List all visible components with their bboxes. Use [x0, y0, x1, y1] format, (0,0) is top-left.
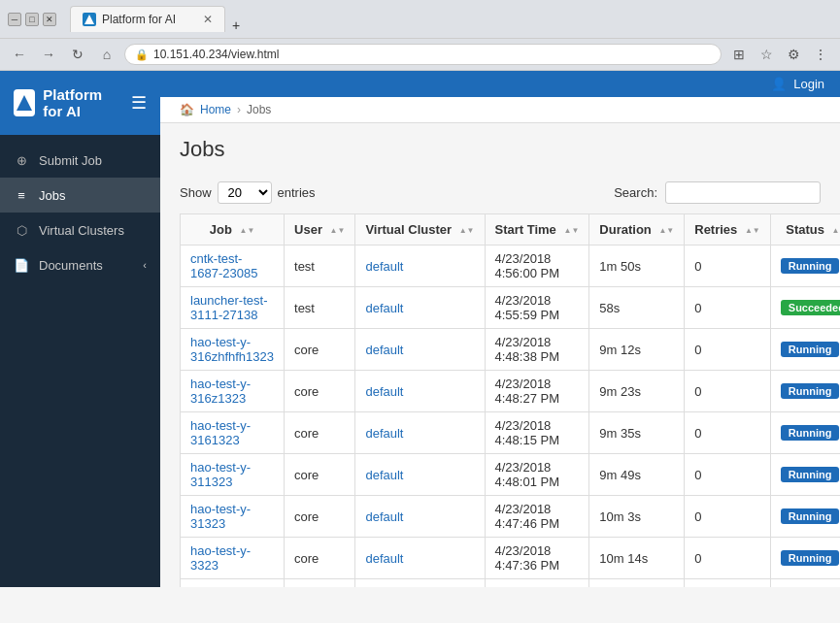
cell-user: core [285, 454, 355, 496]
cell-job: cntk-test-1687-23085 [181, 246, 285, 287]
new-tab-btn[interactable]: + [229, 18, 243, 32]
cell-status: Running [770, 579, 840, 588]
cell-start-time: 4/23/2018 4:48:27 PM [485, 371, 589, 412]
col-job[interactable]: Job ▲▼ [181, 214, 285, 246]
tab-favicon [83, 13, 96, 26]
cluster-link[interactable]: default [365, 426, 403, 441]
close-btn[interactable]: ✕ [43, 13, 56, 26]
minimize-btn[interactable]: ─ [8, 13, 21, 26]
cell-job: hao-test-y-316z1323 [181, 371, 285, 412]
documents-icon: 📄 [14, 257, 29, 273]
cell-retries: 0 [685, 287, 771, 329]
cluster-link[interactable]: default [365, 301, 403, 315]
menu-btn[interactable]: ⋮ [809, 43, 832, 66]
breadcrumb-home[interactable]: Home [200, 103, 231, 116]
cell-duration: 9m 49s [589, 454, 685, 496]
content-area: Show 20 10 50 100 entries Search: [160, 172, 840, 587]
sidebar-item-jobs[interactable]: ≡ Jobs [0, 178, 160, 213]
sidebar: Platform for AI ☰ ⊕ Submit Job ≡ Jobs ⬡ … [0, 71, 160, 587]
job-link[interactable]: hao-test-y-316z1323 [190, 377, 251, 406]
cell-retries: 0 [685, 579, 771, 588]
cluster-link[interactable]: default [365, 384, 403, 399]
back-btn[interactable]: ← [8, 43, 31, 66]
cell-job: hao-test-y-3161323 [181, 412, 285, 454]
login-icon: 👤 [771, 77, 787, 91]
cluster-link[interactable]: default [365, 259, 403, 274]
cell-start-time: 4/23/2018 4:47:25 PM [485, 579, 589, 588]
page-title: Jobs [180, 137, 821, 162]
cell-status: Running [770, 329, 840, 371]
home-btn[interactable]: ⌂ [95, 43, 118, 66]
col-retries[interactable]: Retries ▲▼ [685, 214, 771, 246]
job-link[interactable]: launcher-test-3111-27138 [190, 293, 267, 322]
maximize-btn[interactable]: □ [25, 13, 39, 26]
refresh-btn[interactable]: ↻ [66, 43, 89, 66]
search-input[interactable] [665, 181, 821, 204]
star-btn[interactable]: ☆ [755, 43, 778, 66]
cell-duration: 58s [589, 287, 685, 329]
sidebar-item-label: Virtual Clusters [39, 223, 124, 238]
top-bar: 👤 Login [160, 71, 840, 97]
cell-user: core [285, 496, 355, 538]
job-link[interactable]: cntk-test-1687-23085 [190, 251, 257, 280]
cell-duration: 10m 3s [589, 496, 685, 538]
sidebar-item-virtual-clusters[interactable]: ⬡ Virtual Clusters [0, 213, 160, 247]
cell-job: hao-test-y-316zhfhfh1323 [181, 329, 285, 371]
show-entries: Show 20 10 50 100 entries [180, 181, 316, 204]
job-link[interactable]: hao-test-y-316zhfhfh1323 [190, 335, 274, 364]
cell-status: Running [770, 538, 840, 579]
bookmarks-btn[interactable]: ⊞ [727, 43, 751, 66]
col-status[interactable]: Status ▲▼ [770, 214, 840, 246]
forward-btn[interactable]: → [37, 43, 60, 66]
col-duration[interactable]: Duration ▲▼ [589, 214, 685, 246]
status-badge: Running [781, 342, 840, 357]
login-btn[interactable]: 👤 Login [771, 77, 824, 91]
cell-retries: 0 [685, 371, 771, 412]
job-link[interactable]: hao-test-y-31323 [190, 502, 251, 531]
col-start-time[interactable]: Start Time ▲▼ [485, 214, 589, 246]
cell-cluster: default [355, 579, 485, 588]
sidebar-item-label: Jobs [39, 188, 65, 203]
sidebar-logo [14, 89, 35, 116]
cell-duration: 9m 23s [589, 371, 685, 412]
cell-start-time: 4/23/2018 4:56:00 PM [485, 246, 589, 287]
home-icon: 🏠 [180, 103, 194, 116]
breadcrumb: 🏠 Home › Jobs [160, 97, 840, 123]
cell-retries: 0 [685, 412, 771, 454]
job-link[interactable]: hao-test-y-3161323 [190, 418, 251, 447]
job-link[interactable]: hao-test-y-3323 [190, 543, 251, 573]
cell-start-time: 4/23/2018 4:47:36 PM [485, 538, 589, 579]
job-link[interactable]: hao-test-y-311323 [190, 460, 251, 489]
cell-cluster: default [355, 496, 485, 538]
cell-status: Succeeded [770, 287, 840, 329]
cluster-link[interactable]: default [365, 343, 403, 357]
url-bar[interactable]: 🔒 10.151.40.234/view.html [124, 44, 722, 65]
cell-start-time: 4/23/2018 4:55:59 PM [485, 287, 589, 329]
app-container: Platform for AI ☰ ⊕ Submit Job ≡ Jobs ⬡ … [0, 71, 840, 587]
col-user[interactable]: User ▲▼ [285, 214, 355, 246]
documents-arrow-icon: ‹ [143, 259, 147, 271]
entries-select[interactable]: 20 10 50 100 [218, 181, 272, 204]
extensions-btn[interactable]: ⚙ [782, 43, 805, 66]
tab-close-btn[interactable]: ✕ [203, 13, 213, 26]
sidebar-app-title: Platform for AI [43, 86, 123, 119]
table-header: Job ▲▼ User ▲▼ Virtual Cluster ▲▼ Star [181, 214, 841, 246]
cluster-link[interactable]: default [365, 551, 403, 566]
table-row: cntk-test-1687-23085 test default 4/23/2… [181, 246, 841, 287]
sidebar-menu-toggle[interactable]: ☰ [131, 92, 147, 114]
cell-status: Running [770, 496, 840, 538]
cluster-link[interactable]: default [365, 509, 403, 524]
virtual-clusters-icon: ⬡ [14, 222, 29, 238]
browser-tab[interactable]: Platform for AI ✕ [70, 6, 225, 32]
sidebar-item-submit-job[interactable]: ⊕ Submit Job [0, 143, 160, 178]
sort-icon: ▲▼ [459, 227, 475, 235]
col-virtual-cluster[interactable]: Virtual Cluster ▲▼ [355, 214, 485, 246]
cell-job: hao-test-y-3323 [181, 538, 285, 579]
table-body: cntk-test-1687-23085 test default 4/23/2… [181, 246, 841, 588]
cell-cluster: default [355, 454, 485, 496]
sidebar-item-documents[interactable]: 📄 Documents ‹ [0, 247, 160, 282]
cell-retries: 0 [685, 246, 771, 287]
cluster-link[interactable]: default [365, 468, 403, 482]
cell-duration: 9m 12s [589, 329, 685, 371]
browser-tab-bar: Platform for AI ✕ + [62, 6, 251, 32]
